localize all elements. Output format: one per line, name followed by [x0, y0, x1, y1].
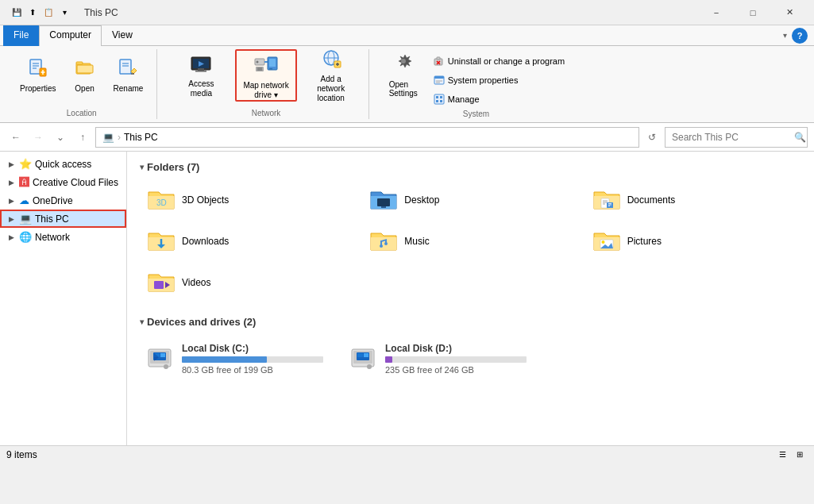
onedrive-label: OneDrive	[33, 195, 73, 206]
folder-music[interactable]: Music	[362, 224, 578, 259]
access-media-icon	[190, 52, 212, 78]
svg-rect-76	[357, 353, 363, 357]
open-settings-button[interactable]: OpenSettings	[382, 49, 425, 102]
search-box[interactable]: 🔍	[665, 127, 808, 148]
svg-rect-77	[364, 353, 368, 357]
folder-downloads-label: Downloads	[182, 236, 229, 247]
svg-rect-24	[269, 59, 276, 67]
uninstall-program-label: Uninstall or change a program	[448, 56, 565, 66]
folder-desktop[interactable]: Desktop	[362, 183, 578, 217]
onedrive-expand-icon: ▶	[6, 197, 16, 205]
back-button[interactable]: ←	[6, 128, 25, 147]
this-pc-label: This PC	[35, 214, 69, 225]
sidebar-item-this-pc[interactable]: ▶ 💻 This PC	[0, 210, 126, 228]
window-title: This PC	[84, 7, 118, 18]
minimize-button[interactable]: −	[698, 2, 735, 24]
creative-cloud-label: Creative Cloud Files	[33, 177, 118, 188]
ribbon-group-network: Access media	[164, 49, 368, 119]
system-items: Uninstall or change a program System pro…	[428, 49, 570, 108]
drive-local-c[interactable]: Local Disk (C:) 80.3 GB free of 199 GB	[140, 337, 330, 380]
properties-icon	[27, 57, 49, 83]
folders-label: Folders (7)	[147, 161, 199, 173]
drive-d-icon	[350, 344, 379, 373]
quick-clipboard-icon[interactable]: 📋	[41, 6, 56, 20]
ribbon-help-icon[interactable]: ?	[792, 28, 808, 44]
refresh-button[interactable]: ↺	[642, 128, 662, 147]
folder-downloads[interactable]: Downloads	[140, 224, 356, 259]
add-network-location-label: Add a networklocation	[307, 75, 355, 103]
folder-3d-objects[interactable]: 3D 3D Objects	[140, 183, 356, 217]
svg-point-60	[384, 242, 388, 245]
grid-view-button[interactable]: ⊞	[792, 448, 808, 462]
open-label: Open	[75, 84, 94, 94]
network-expand-icon: ▶	[6, 233, 16, 241]
maximize-button[interactable]: □	[735, 2, 771, 24]
rename-label: Rename	[114, 84, 144, 94]
drive-d-name: Local Disk (D:)	[385, 343, 527, 354]
folder-desktop-icon	[369, 188, 398, 212]
manage-button[interactable]: Manage	[428, 90, 570, 108]
svg-rect-25	[269, 68, 272, 70]
svg-rect-8	[76, 62, 83, 64]
path-this-pc: This PC	[124, 132, 158, 143]
folder-music-icon	[369, 229, 398, 253]
map-network-drive-button[interactable]: Map networkdrive ▾	[235, 49, 296, 102]
open-settings-label: OpenSettings	[389, 80, 418, 98]
folder-videos-icon	[147, 271, 176, 294]
svg-rect-17	[195, 71, 206, 72]
location-group-label: Location	[67, 107, 97, 119]
drive-c-bar-container	[182, 356, 323, 363]
title-bar-left: 💾 ⬆ 📋 ▾ This PC	[6, 4, 118, 21]
svg-rect-47	[377, 198, 390, 206]
uninstall-program-button[interactable]: Uninstall or change a program	[428, 52, 570, 70]
folders-toggle[interactable]: ▾	[140, 163, 144, 171]
quick-dropdown-icon[interactable]: ▾	[57, 6, 71, 20]
add-network-location-button[interactable]: Add a networklocation	[300, 49, 362, 102]
up-button[interactable]: ↑	[73, 128, 92, 147]
creative-cloud-expand-icon: ▶	[6, 179, 16, 187]
manage-label: Manage	[448, 94, 480, 104]
properties-button[interactable]: Properties	[13, 49, 64, 102]
svg-rect-16	[198, 68, 204, 71]
tab-computer[interactable]: Computer	[39, 25, 102, 46]
system-group-items: OpenSettings Uninstall or change a progr…	[382, 49, 571, 108]
recent-locations-button[interactable]: ⌄	[51, 128, 70, 147]
quick-up-icon[interactable]: ⬆	[25, 6, 40, 20]
this-pc-expand-icon: ▶	[6, 215, 16, 223]
title-bar: 💾 ⬆ 📋 ▾ This PC − □ ✕	[0, 0, 814, 25]
rename-button[interactable]: Rename	[106, 49, 151, 102]
address-path[interactable]: 💻 › This PC	[95, 127, 639, 148]
svg-rect-48	[381, 206, 386, 208]
address-bar: ← → ⌄ ↑ 💻 › This PC ↺ 🔍	[0, 123, 814, 152]
drives-toggle[interactable]: ▾	[140, 317, 144, 326]
sidebar-item-creative-cloud[interactable]: ▶ 🅰 Creative Cloud Files	[0, 173, 126, 191]
folder-videos[interactable]: Videos	[140, 265, 356, 300]
search-input[interactable]	[672, 132, 791, 143]
network-group-items: Access media	[170, 49, 361, 107]
tab-view[interactable]: View	[102, 25, 143, 46]
open-button[interactable]: Open	[67, 49, 103, 102]
svg-point-74	[367, 364, 372, 369]
forward-button[interactable]: →	[29, 128, 48, 147]
folder-downloads-icon	[147, 229, 176, 253]
this-pc-icon: 💻	[19, 213, 32, 225]
system-properties-button[interactable]: System properties	[428, 71, 570, 89]
properties-label: Properties	[20, 84, 56, 94]
folder-pictures[interactable]: Pictures	[585, 224, 801, 259]
network-label: Network	[35, 232, 70, 243]
sidebar-item-onedrive[interactable]: ▶ ☁ OneDrive	[0, 191, 126, 210]
folder-music-label: Music	[404, 236, 429, 247]
ribbon-collapse-icon[interactable]: ▾	[778, 31, 792, 40]
drive-local-d[interactable]: Local Disk (D:) 235 GB free of 246 GB	[343, 337, 534, 380]
sidebar-item-network[interactable]: ▶ 🌐 Network	[0, 228, 126, 246]
svg-point-62	[601, 240, 604, 244]
folder-documents[interactable]: Documents	[585, 183, 801, 217]
list-view-button[interactable]: ☰	[774, 448, 790, 462]
svg-point-59	[380, 244, 383, 248]
close-button[interactable]: ✕	[771, 2, 808, 24]
access-media-button[interactable]: Access media	[170, 49, 232, 102]
quick-save-icon[interactable]: 💾	[10, 6, 24, 20]
sidebar-item-quick-access[interactable]: ▶ ⭐ Quick access	[0, 155, 126, 173]
tab-file[interactable]: File	[3, 25, 39, 46]
svg-rect-53	[607, 202, 613, 208]
